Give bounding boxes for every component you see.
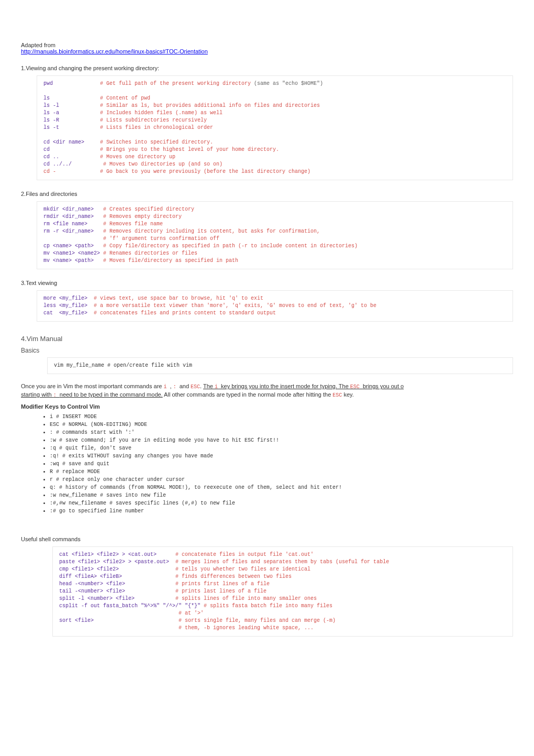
code-block-5: cat <file1> <file2> > <cat.out> # concat… xyxy=(52,546,513,637)
comment: # finds differences between two files xyxy=(175,574,292,579)
cmd-less: less <my_file> xyxy=(43,303,87,309)
comment: # Removes directory including its conten… xyxy=(103,228,320,234)
comment: # Includes hidden files (.name) as well xyxy=(100,110,222,116)
cmd-lsR: ls -R xyxy=(43,117,59,123)
comment: # Removes empty directory xyxy=(103,214,182,220)
u-text-5: need to be typed in the command mode. xyxy=(60,391,163,398)
comment: # prints last lines of a file xyxy=(175,588,266,594)
comment: # splits lines of file into many smaller… xyxy=(175,596,317,601)
cmd-diff: diff <fileA> <fileB> xyxy=(59,574,122,579)
cmd-cat: cat <my_file> xyxy=(43,310,87,316)
comment: # splits fasta batch file into many file… xyxy=(204,603,332,609)
comment: # Brings you to the highest level of you… xyxy=(100,147,279,152)
kw-esc: ESC xyxy=(191,384,200,390)
comment: # at '>' xyxy=(179,610,204,616)
cmd-cdm: cd - xyxy=(43,169,56,174)
cmd-cdu2: cd ../../ xyxy=(43,161,72,167)
list-item: :q! # exits WITHOUT saving any changes y… xyxy=(50,452,513,460)
comment: # Similar as ls, but provides additional… xyxy=(100,103,320,108)
comment: # Renames directories or files xyxy=(103,250,197,256)
vim-manual-heading: 4.Vim Manual xyxy=(21,335,513,343)
comment: # Creates specified directory xyxy=(103,206,194,212)
kw-colon: : xyxy=(173,384,180,390)
cmd-rm: rm <file name> xyxy=(43,221,87,227)
list-item: :w # save command; if you are in editing… xyxy=(50,436,513,444)
comment: # sorts single file, many files and can … xyxy=(179,618,336,623)
cmd-tail: tail -<number> <file> xyxy=(59,588,125,594)
code-block-2: mkdir <dir_name> # Creates specified dir… xyxy=(37,201,513,269)
list-item: ESC # NORMAL (NON-EDITING) MODE xyxy=(50,421,513,429)
modifier-keys-title: Modifier Keys to Control Vim xyxy=(21,403,513,410)
u-text-4: starting with xyxy=(21,391,53,398)
comment: # concatenate files in output file 'cat.… xyxy=(175,552,314,557)
comment: # Lists subdirectories recursively xyxy=(100,117,207,123)
cmd-cdd: cd <dir name> xyxy=(43,139,84,145)
comment: # prints first lines of a file xyxy=(175,581,270,587)
section-2-title: 2.Files and directories xyxy=(21,191,513,197)
list-item: :q # quit file, don't save xyxy=(50,444,513,452)
comment: # views text, use space bar to browse, h… xyxy=(94,295,263,301)
cmd-mv2: mv <name> <path> xyxy=(43,258,94,264)
cmd-cp: cp <name> <path> xyxy=(43,243,94,249)
cmd-lsl: ls -l xyxy=(43,103,59,108)
comment: # Content of pwd xyxy=(100,95,150,101)
cmd-lsa: ls -a xyxy=(43,110,59,116)
list-item: q: # history of commands (from NORMAL MO… xyxy=(50,484,513,491)
source-link[interactable]: http://manuals.bioinformatics.ucr.edu/ho… xyxy=(21,48,208,54)
comment: # Removes file name xyxy=(103,221,163,227)
comment: # Moves one directory up xyxy=(100,154,175,160)
list-item: i # INSERT MODE xyxy=(50,413,513,421)
list-item: : # commands start with ':' xyxy=(50,429,513,436)
kw-esc2: ESC xyxy=(350,384,363,390)
code-block-vim: vim my_file_name # open/create file with… xyxy=(47,357,513,374)
comment: # them, -b ignores leading white space, … xyxy=(179,625,314,631)
u-text-2: key brings you into the insert mode for … xyxy=(221,383,350,389)
u-text-1: The xyxy=(203,383,215,389)
vim-intro-paragraph: Once you are in Vim the most important c… xyxy=(21,382,513,399)
list-item: :#,#w new_filename # saves specific line… xyxy=(50,499,513,507)
comment: # Moves two directories up (and so on) xyxy=(103,161,222,167)
list-item: :w new_filename # saves into new file xyxy=(50,491,513,499)
cmd-rmdir: rmdir <dir_name> xyxy=(43,214,94,220)
cmd-ls: ls xyxy=(43,95,50,101)
list-item: :wq # save and quit xyxy=(50,460,513,468)
kw-colon2: : xyxy=(53,392,60,398)
cmd-paste: paste <file1> <file2> > <paste.out> xyxy=(59,559,169,565)
code-block-1: pwd # Get full path of the present worki… xyxy=(37,75,513,180)
intro-block: Adapted from http://manuals.bioinformati… xyxy=(21,42,513,54)
u-text-3: brings you out o xyxy=(363,383,404,389)
kw-esc3: ESC xyxy=(332,392,342,398)
after-text: All other commands are typed in the norm… xyxy=(163,391,333,398)
comment: # Switches into specified directory. xyxy=(100,139,213,145)
comment: # Lists files in chronological order xyxy=(100,125,213,130)
cmd-lst: ls -t xyxy=(43,125,59,130)
section-3-title: 3.Text viewing xyxy=(21,280,513,286)
comment: # merges lines of files and separates th… xyxy=(175,559,389,565)
cmd-cmp: cmp <file1> <file2> xyxy=(59,566,119,572)
kw-i: i xyxy=(163,384,170,390)
useful-shell-title: Useful shell commands xyxy=(21,536,513,542)
cmd-more: more <my_file> xyxy=(43,295,87,301)
comment: # a more versatile text viewer than 'mor… xyxy=(94,303,376,309)
cmd-mkdir: mkdir <dir_name> xyxy=(43,206,94,212)
comment: # Go back to you were previously (before… xyxy=(100,169,310,174)
comment: # Moves file/directory as specified in p… xyxy=(103,258,238,264)
cmd-cat2: cat <file1> <file2> > <cat.out> xyxy=(59,552,157,557)
after-text-2: key. xyxy=(342,391,353,398)
cmd-pwd: pwd xyxy=(43,81,53,86)
cmd-rmr: rm -r <dir_name> xyxy=(43,228,94,234)
comment: # Copy file/directory as specified in pa… xyxy=(103,243,358,249)
comment: # 'f' argument turns confirmation off xyxy=(103,236,219,242)
modifier-keys-list: i # INSERT MODE ESC # NORMAL (NON-EDITIN… xyxy=(50,413,513,515)
list-item: R # replace MODE xyxy=(50,468,513,476)
cmd-cdu: cd .. xyxy=(43,154,59,160)
cmd-sort: sort <file> xyxy=(59,618,94,623)
comment-extra: (same as "echo $HOME") xyxy=(254,81,323,86)
cmd-head: head -<number> <file> xyxy=(59,581,125,587)
kw-i2: i xyxy=(215,384,221,390)
adapted-text: Adapted from xyxy=(21,42,55,48)
comment: # tells you whether two files are identi… xyxy=(175,566,310,572)
cmd-cd: cd xyxy=(43,147,50,152)
comment: # concatenates files and prints content … xyxy=(94,310,276,316)
basics-heading: Basics xyxy=(21,347,513,354)
